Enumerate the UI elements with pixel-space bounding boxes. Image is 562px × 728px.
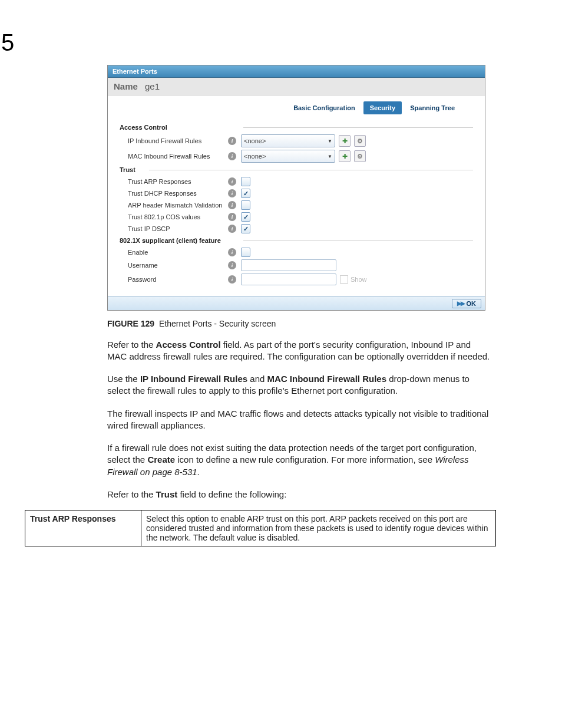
tab-spanning-tree[interactable]: Spanning Tree xyxy=(404,101,461,114)
definition-table: Trust ARP Responses Select this option t… xyxy=(25,510,496,546)
trust-arp-label: Trust ARP Responses xyxy=(128,178,228,185)
show-checkbox[interactable] xyxy=(340,275,348,284)
section-supplicant: 802.1X supplicant (client) feature xyxy=(120,237,473,244)
section-access-control: Access Control xyxy=(120,124,473,131)
mac-inbound-label: MAC Inbound Firewall Rules xyxy=(128,153,228,160)
supplicant-enable-checkbox[interactable] xyxy=(241,248,250,257)
add-icon: ✚ xyxy=(342,153,348,160)
figure-text: Ethernet Ports - Security screen xyxy=(159,319,276,328)
trust-arp-checkbox[interactable] xyxy=(241,177,250,186)
ok-label: OK xyxy=(467,300,477,307)
chevron-down-icon: ▼ xyxy=(328,139,332,144)
paragraph-4: If a firewall rule does not exist suitin… xyxy=(107,442,490,478)
table-row: Trust ARP Responses Select this option t… xyxy=(25,510,496,546)
paragraph-2: Use the IP Inbound Firewall Rules and MA… xyxy=(107,373,490,397)
info-icon[interactable]: i xyxy=(228,261,236,269)
table-key: Trust ARP Responses xyxy=(25,510,141,546)
figure-label: FIGURE 129 xyxy=(107,319,154,328)
ok-button[interactable]: ▶▶ OK xyxy=(452,299,482,308)
figure-caption: FIGURE 129 Ethernet Ports - Security scr… xyxy=(107,319,537,328)
chevron-down-icon: ▼ xyxy=(328,154,332,159)
mac-inbound-dropdown[interactable]: <none> ▼ xyxy=(241,150,335,163)
info-icon[interactable]: i xyxy=(228,152,236,160)
trust-dscp-label: Trust IP DSCP xyxy=(128,225,228,232)
bold-text: IP Inbound Firewall Rules xyxy=(140,374,247,384)
bold-text: Create xyxy=(147,454,175,465)
info-icon[interactable]: i xyxy=(228,177,236,186)
text: Refer to the xyxy=(107,489,156,499)
table-value: Select this option to enable ARP trust o… xyxy=(141,510,496,546)
tab-bar: Basic Configuration Security Spanning Tr… xyxy=(108,95,485,116)
name-header: Name ge1 xyxy=(108,78,485,95)
name-value: ge1 xyxy=(145,81,160,91)
info-icon[interactable]: i xyxy=(228,225,236,233)
trust-cos-label: Trust 802.1p COS values xyxy=(128,213,228,220)
paragraph-5: Refer to the Trust field to define the f… xyxy=(107,489,490,500)
info-icon[interactable]: i xyxy=(228,201,236,209)
button-bar: ▶▶ OK xyxy=(108,296,485,310)
ip-inbound-value: <none> xyxy=(244,137,266,144)
bold-text: Trust xyxy=(156,489,178,499)
tab-security[interactable]: Security xyxy=(363,101,402,114)
name-label: Name xyxy=(114,81,138,91)
create-rule-button[interactable]: ✚ xyxy=(339,135,351,147)
arp-mismatch-label: ARP header Mismatch Validation xyxy=(128,202,228,209)
show-password-toggle[interactable]: Show xyxy=(340,275,367,284)
text: Refer to the xyxy=(107,340,156,350)
ip-inbound-dropdown[interactable]: <none> ▼ xyxy=(241,134,335,147)
forward-icon: ▶▶ xyxy=(457,300,464,307)
trust-dscp-checkbox[interactable]: ✓ xyxy=(241,224,250,233)
ip-inbound-label: IP Inbound Firewall Rules xyxy=(128,137,228,144)
section-trust: Trust xyxy=(120,166,473,173)
info-icon[interactable]: i xyxy=(228,189,236,197)
text: icon to define a new rule configuration.… xyxy=(175,454,435,465)
supplicant-enable-label: Enable xyxy=(128,249,228,256)
password-input[interactable] xyxy=(241,274,336,285)
info-icon[interactable]: i xyxy=(228,275,236,284)
text: field to define the following: xyxy=(177,489,286,499)
gear-icon: ⚙ xyxy=(357,137,363,145)
bold-text: Access Control xyxy=(156,340,221,350)
trust-dhcp-checkbox[interactable]: ✓ xyxy=(241,189,250,198)
supplicant-username-label: Username xyxy=(128,262,228,269)
chapter-number: 5 xyxy=(1,29,14,56)
text: Use the xyxy=(107,374,140,384)
info-icon[interactable]: i xyxy=(228,248,236,256)
info-icon[interactable]: i xyxy=(228,137,236,145)
gear-icon: ⚙ xyxy=(357,153,363,160)
show-label: Show xyxy=(351,276,367,283)
tab-basic-configuration[interactable]: Basic Configuration xyxy=(287,101,362,114)
supplicant-password-label: Password xyxy=(128,276,228,283)
paragraph-1: Refer to the Access Control field. As pa… xyxy=(107,339,490,363)
paragraph-3: The firewall inspects IP and MAC traffic… xyxy=(107,408,490,432)
arp-mismatch-checkbox[interactable] xyxy=(241,200,250,210)
text: . xyxy=(197,467,200,477)
text: and xyxy=(247,374,267,384)
panel-title-bar: Ethernet Ports xyxy=(108,65,485,78)
screenshot-panel: Ethernet Ports Name ge1 Basic Configurat… xyxy=(107,65,485,311)
create-rule-button[interactable]: ✚ xyxy=(339,150,351,162)
trust-cos-checkbox[interactable]: ✓ xyxy=(241,212,250,222)
edit-rule-button[interactable]: ⚙ xyxy=(354,135,366,147)
edit-rule-button[interactable]: ⚙ xyxy=(354,150,366,162)
trust-dhcp-label: Trust DHCP Responses xyxy=(128,190,228,197)
bold-text: MAC Inbound Firewall Rules xyxy=(267,374,387,384)
mac-inbound-value: <none> xyxy=(244,153,266,160)
username-input[interactable] xyxy=(241,259,336,271)
add-icon: ✚ xyxy=(342,137,348,145)
info-icon[interactable]: i xyxy=(228,213,236,221)
